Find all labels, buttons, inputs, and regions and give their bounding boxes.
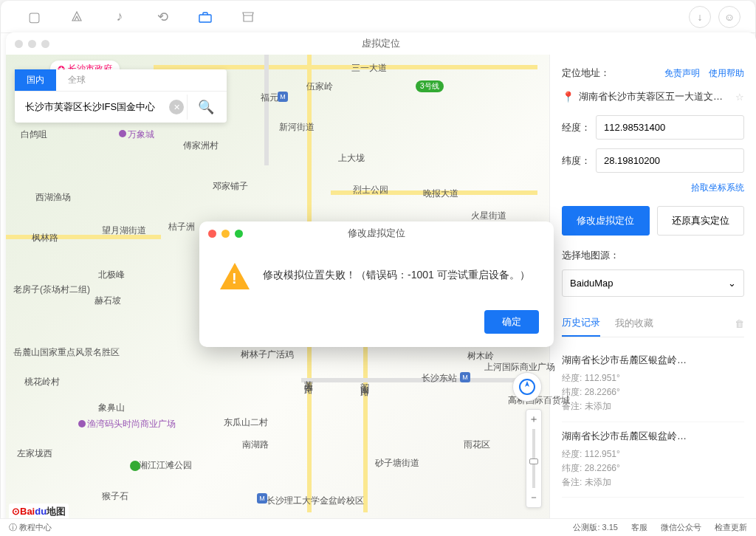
map-label: 左家垅西: [17, 447, 52, 460]
zoom-slider[interactable]: [532, 429, 535, 488]
download-icon[interactable]: ↓: [689, 6, 711, 28]
sidebar-title: 定位地址：: [562, 66, 610, 80]
history-meta: 经度: 112.951° 纬度: 28.2266° 备注: 未添加: [562, 371, 744, 414]
map-label: 桔子洲: [168, 221, 195, 233]
minimize-icon[interactable]: [28, 40, 36, 48]
map-label: 火星街道: [471, 210, 506, 222]
map-label: 枫林路: [32, 232, 58, 244]
map-label: 雨花区: [464, 439, 490, 451]
service-link[interactable]: 客服: [631, 522, 647, 533]
metro-icon: M: [278, 92, 288, 102]
chevron-down-icon: ⌄: [728, 278, 736, 289]
tab-favorites[interactable]: 我的收藏: [615, 311, 653, 336]
map-source-select[interactable]: BaiduMap⌄: [562, 269, 744, 297]
map-label: 西湖渔场: [35, 191, 71, 204]
zoom-in-button[interactable]: ＋: [527, 413, 540, 426]
toolbox-icon[interactable]: [187, 6, 224, 28]
close-icon[interactable]: [15, 40, 23, 48]
map-label: 湘江江滩公园: [139, 459, 192, 472]
restore-location-button[interactable]: 还原真实定位: [657, 206, 745, 236]
apps-icon[interactable]: [58, 6, 95, 28]
favorite-icon[interactable]: ☆: [735, 92, 744, 103]
modify-location-button[interactable]: 修改虚拟定位: [562, 206, 650, 236]
warning-icon: [220, 263, 250, 292]
error-modal: 修改虚拟定位 修改模拟位置失败！（错误码：-1001 可尝试重启设备。） 确定: [199, 221, 554, 347]
history-title: 湖南省长沙市岳麓区银盆岭…: [562, 354, 744, 367]
search-input[interactable]: [18, 96, 169, 119]
map-label: 芙蓉中路: [302, 374, 315, 379]
map-label: 新河街道: [279, 121, 315, 134]
lng-label: 经度：: [562, 121, 596, 134]
store-icon[interactable]: [230, 6, 267, 28]
tab-domestic[interactable]: 国内: [15, 69, 56, 91]
map-label: 伍家岭: [306, 80, 333, 93]
modal-message: 修改模拟位置失败！（错误码：-1001 可尝试重启设备。）: [263, 263, 530, 283]
map-label: 象鼻山: [98, 402, 125, 414]
compass-control[interactable]: [512, 372, 542, 402]
zoom-out-button[interactable]: －: [527, 491, 540, 504]
map-label: 白鸽咀: [21, 128, 47, 141]
clear-icon[interactable]: ✕: [169, 100, 184, 114]
search-button[interactable]: 🔍: [187, 95, 224, 120]
map-label: 望月湖街道: [102, 224, 146, 237]
map-source-label: 选择地图源：: [562, 249, 744, 262]
wechat-link[interactable]: 微信公众号: [661, 522, 701, 533]
update-link[interactable]: 检查更新: [715, 522, 747, 533]
map-label: 树林子广活鸡: [241, 348, 294, 361]
map-label: 上河国际商业广场: [484, 361, 555, 374]
map-label: 北极峰: [98, 269, 125, 281]
music-icon[interactable]: ♪: [101, 6, 138, 28]
map-label: 砂子塘街道: [375, 457, 419, 470]
map-label: 上大垅: [338, 152, 365, 165]
lat-input[interactable]: [596, 148, 744, 173]
maximize-icon[interactable]: [41, 40, 49, 48]
map-label: 傅家洲村: [183, 140, 219, 152]
search-box: 国内 全球 ✕ 🔍: [15, 69, 227, 123]
map-label: 赫石坡: [94, 295, 121, 307]
map-label: 岳麓山国家重点风景名胜区: [13, 346, 120, 359]
map-label: 老房子(茶场村二组): [13, 284, 90, 296]
map-label: 长沙东站: [422, 372, 457, 385]
phone-icon[interactable]: ▢: [16, 6, 52, 28]
disclaimer-link[interactable]: 免责声明: [664, 67, 700, 80]
lat-label: 纬度：: [562, 154, 596, 168]
tab-history[interactable]: 历史记录: [562, 310, 600, 337]
map-label: 3号线: [416, 80, 444, 92]
history-title: 湖南省长沙市岳麓区银盆岭…: [562, 430, 744, 443]
map-label: 桃花岭村: [24, 376, 60, 388]
baidu-logo: ⊙Baidu地图: [9, 504, 69, 520]
map-label: 渔湾码头时尚商业广场: [87, 418, 176, 430]
map-label: 烈士公园: [353, 184, 388, 196]
metro-icon: M: [460, 372, 470, 382]
window-title: 虚拟定位: [362, 37, 400, 50]
map-label: 韶山南路: [358, 376, 371, 382]
map-label: 东瓜山二村: [224, 416, 268, 429]
history-item[interactable]: 湖南省长沙市岳麓区银盆岭… 经度: 112.951° 纬度: 28.2266° …: [562, 422, 744, 498]
help-link[interactable]: 使用帮助: [709, 67, 744, 80]
tab-global[interactable]: 全球: [56, 69, 97, 91]
sync-icon[interactable]: ⟲: [144, 6, 181, 28]
window-titlebar: 虚拟定位: [6, 32, 755, 55]
maximize-icon[interactable]: [235, 230, 243, 238]
tutorial-link[interactable]: ⓘ 教程中心: [9, 522, 52, 533]
lng-input[interactable]: [596, 115, 744, 140]
pick-coords-link[interactable]: 拾取坐标系统: [691, 182, 744, 193]
map-label: 三一大道: [351, 62, 387, 75]
map-label: 万象城: [128, 128, 154, 141]
map-label: 猴子石: [102, 490, 128, 503]
map-label: 邓家铺子: [213, 180, 248, 193]
trash-icon[interactable]: 🗑: [735, 318, 744, 329]
user-icon[interactable]: ☺: [718, 6, 740, 28]
address-text: 湖南省长沙市芙蓉区五一大道文…: [579, 90, 731, 103]
map-label: 晚报大道: [423, 188, 458, 200]
history-item[interactable]: 湖南省长沙市岳麓区银盆岭… 经度: 112.951° 纬度: 28.2266° …: [562, 346, 744, 422]
pin-icon: 📍: [562, 91, 574, 103]
zoom-control: ＋ －: [526, 409, 542, 508]
poi-icon: [119, 130, 126, 137]
svg-rect-0: [199, 15, 211, 22]
minimize-icon[interactable]: [221, 230, 230, 238]
map-label: 长沙理工大学金盆岭校区: [267, 495, 364, 507]
ok-button[interactable]: 确定: [484, 310, 539, 334]
sidebar: 定位地址： 免责声明 使用帮助 📍 湖南省长沙市芙蓉区五一大道文… ☆ 经度：: [549, 55, 755, 535]
close-icon[interactable]: [208, 230, 216, 238]
